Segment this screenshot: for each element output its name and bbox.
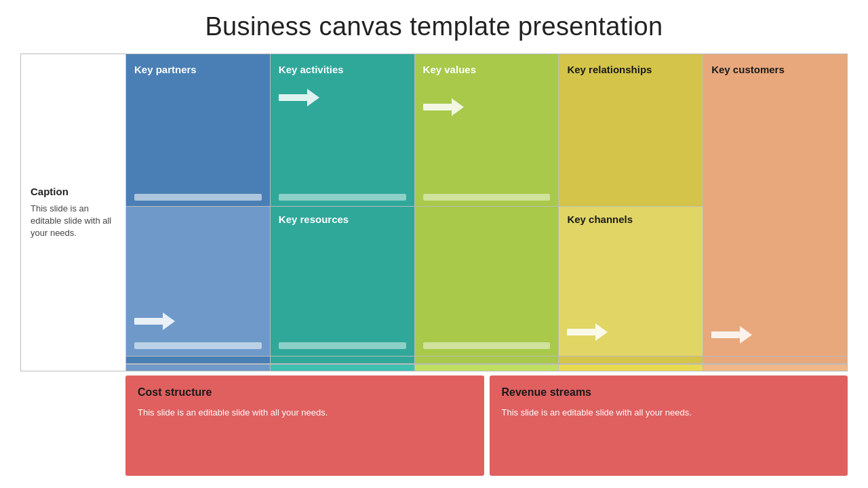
key-channels-label: Key channels bbox=[567, 214, 694, 226]
key-values-label: Key values bbox=[423, 64, 551, 77]
key-activities-top-cell: Key activities bbox=[271, 54, 414, 206]
partners-arrow bbox=[134, 312, 262, 330]
arrow-head bbox=[307, 89, 319, 106]
key-customers-cell: Key customers bbox=[703, 54, 847, 356]
slide-title: Business canvas template presentation bbox=[20, 12, 848, 41]
relationships-bar-strip1 bbox=[559, 356, 703, 363]
key-partners-bar1 bbox=[134, 194, 262, 201]
activities-bar2 bbox=[279, 342, 406, 349]
key-relationships-col: Key relationships Key channels bbox=[559, 54, 703, 371]
arrow-head bbox=[163, 312, 175, 330]
grid: Key partners bbox=[126, 54, 847, 371]
key-partners-bottom-cell bbox=[126, 207, 270, 356]
key-partners-col: Key partners bbox=[126, 54, 271, 371]
revenue-streams-text: This slide is an editable slide with all… bbox=[502, 407, 836, 419]
activities-bar1 bbox=[279, 194, 406, 201]
top-section: Caption This slide is an editable slide … bbox=[20, 54, 848, 371]
cost-structure-title: Cost structure bbox=[138, 386, 472, 399]
key-partners-bar-strip1 bbox=[126, 356, 270, 363]
channels-arrow bbox=[567, 323, 694, 341]
arrow-body bbox=[567, 329, 595, 336]
key-customers-col: Key customers bbox=[703, 54, 847, 371]
arrow-body bbox=[279, 94, 307, 101]
key-resources-label: Key resources bbox=[279, 214, 406, 226]
key-activities-label: Key activities bbox=[279, 64, 406, 77]
customers-bar-strip2 bbox=[703, 363, 847, 371]
arrow-head bbox=[595, 323, 608, 341]
revenue-streams-card: Revenue streams This slide is an editabl… bbox=[490, 375, 848, 476]
activities-bar-strip1 bbox=[271, 356, 414, 363]
values-bar2 bbox=[423, 342, 551, 349]
arrow-body bbox=[423, 104, 452, 110]
values-bar-strip1 bbox=[415, 356, 559, 363]
arrow-head bbox=[452, 98, 464, 116]
arrow-head bbox=[740, 326, 752, 344]
bottom-section: Cost structure This slide is an editable… bbox=[125, 375, 848, 476]
key-partners-bar-strip2 bbox=[126, 363, 270, 371]
key-channels-cell: Key channels bbox=[559, 207, 703, 356]
key-values-col: Key values bbox=[415, 54, 559, 371]
values-bar1 bbox=[423, 194, 551, 201]
key-partners-label: Key partners bbox=[134, 64, 262, 77]
arrow-body bbox=[134, 318, 163, 325]
activities-bar-strip2 bbox=[271, 363, 414, 371]
slide: Business canvas template presentation Ca… bbox=[0, 0, 868, 488]
key-customers-label: Key customers bbox=[711, 64, 839, 77]
cost-structure-card: Cost structure This slide is an editable… bbox=[125, 375, 484, 476]
canvas-area: Caption This slide is an editable slide … bbox=[20, 54, 848, 476]
activities-arrow bbox=[279, 89, 406, 106]
customers-arrow bbox=[711, 326, 839, 344]
customers-bar-strip1 bbox=[703, 356, 847, 363]
key-values-top-cell: Key values bbox=[415, 54, 559, 206]
key-relationships-top-cell: Key relationships bbox=[559, 54, 703, 206]
values-arrow bbox=[423, 98, 551, 116]
caption-text: This slide is an editable slide with all… bbox=[31, 203, 116, 240]
caption-title: Caption bbox=[31, 186, 116, 197]
key-values-bottom-cell bbox=[415, 207, 559, 356]
cost-structure-text: This slide is an editable slide with all… bbox=[138, 407, 472, 419]
key-activities-col: Key activities Key resources bbox=[271, 54, 415, 371]
key-relationships-label: Key relationships bbox=[567, 64, 694, 77]
key-partners-bar2 bbox=[134, 342, 262, 349]
key-activities-bottom-cell: Key resources bbox=[271, 207, 414, 356]
revenue-streams-title: Revenue streams bbox=[502, 386, 836, 399]
arrow-body bbox=[711, 331, 740, 338]
relationships-bar-strip2 bbox=[559, 363, 703, 371]
key-partners-top-cell: Key partners bbox=[126, 54, 270, 206]
values-bar-strip2 bbox=[415, 363, 559, 371]
caption-column: Caption This slide is an editable slide … bbox=[21, 54, 126, 371]
